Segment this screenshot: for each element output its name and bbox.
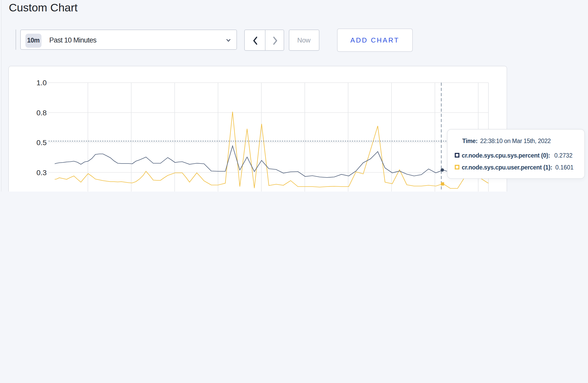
svg-text:0.3: 0.3	[36, 168, 47, 176]
svg-text:0.5: 0.5	[36, 138, 47, 146]
svg-text:0.8: 0.8	[36, 108, 47, 117]
svg-text:1.0: 1.0	[36, 78, 47, 87]
